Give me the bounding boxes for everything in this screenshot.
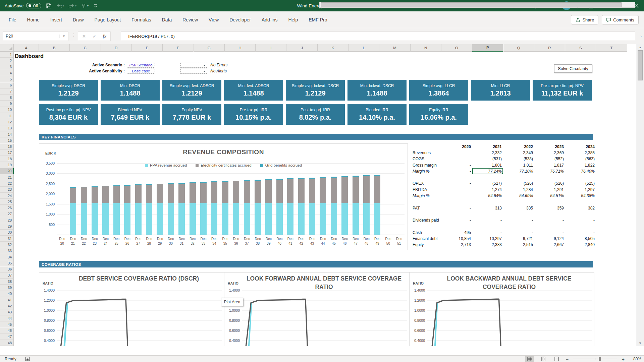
- touch-mode-icon[interactable]: ▾: [81, 3, 89, 8]
- column-header-B[interactable]: B: [39, 44, 70, 52]
- row-header-34[interactable]: 34: [0, 254, 14, 260]
- row-header-46[interactable]: 46: [0, 328, 14, 334]
- ribbon-tab-insert[interactable]: Insert: [45, 11, 67, 28]
- row-header-22[interactable]: 22: [0, 180, 14, 186]
- row-header-13[interactable]: 13: [0, 125, 14, 131]
- row-header-37[interactable]: 37: [0, 273, 14, 279]
- row-header-9[interactable]: 9: [0, 101, 14, 107]
- row-header-11[interactable]: 11: [0, 113, 14, 119]
- comments-button[interactable]: Comments: [602, 15, 639, 24]
- kpi-tile-r1-7[interactable]: Simple avg. LLCR1.3864: [409, 80, 468, 101]
- row-header-5[interactable]: 5: [0, 76, 14, 82]
- row-header-7[interactable]: 7: [0, 88, 14, 95]
- coverage-chart-panel-3[interactable]: LOOK BACKWARD ANNUAL DEBT SERVICE COVERA…: [409, 272, 594, 346]
- vertical-scroll-thumb[interactable]: [638, 50, 643, 80]
- ribbon-tab-developer[interactable]: Developer: [224, 11, 256, 28]
- zoom-in-icon[interactable]: +: [622, 356, 625, 362]
- column-header-T[interactable]: T: [596, 44, 627, 52]
- column-header-E[interactable]: E: [132, 44, 163, 52]
- kpi-tile-r2-7[interactable]: Equity IRR16.06% p.a.: [409, 104, 468, 125]
- row-header-45[interactable]: 45: [0, 321, 14, 327]
- column-header-J[interactable]: J: [286, 44, 317, 52]
- zoom-slider-thumb[interactable]: [599, 357, 601, 361]
- row-header-35[interactable]: 35: [0, 260, 14, 266]
- horizontal-scrollbar[interactable]: [319, 2, 635, 8]
- kpi-tile-r1-5[interactable]: Simple avg. bckwd. DSCR1.2129: [286, 80, 345, 101]
- row-header-2[interactable]: 2: [0, 58, 14, 64]
- ribbon-tab-review[interactable]: Review: [177, 11, 203, 28]
- column-header-Q[interactable]: Q: [503, 44, 534, 52]
- column-header-S[interactable]: S: [565, 44, 596, 52]
- row-header-8[interactable]: 8: [0, 95, 14, 101]
- page-layout-view-button[interactable]: [539, 356, 547, 362]
- revenue-chart-panel[interactable]: REVENUE COMPOSITIONEUR KPPA revenue accr…: [39, 143, 408, 250]
- row-header-39[interactable]: 39: [0, 285, 14, 291]
- ribbon-tab-data[interactable]: Data: [157, 11, 177, 28]
- ribbon-tab-emf-pro[interactable]: EMF Pro: [303, 11, 332, 28]
- row-header-30[interactable]: 30: [0, 230, 14, 236]
- collapse-formula-bar-icon[interactable]: ⌄: [640, 34, 643, 37]
- row-header-15[interactable]: 15: [0, 137, 14, 143]
- row-header-27[interactable]: 27: [0, 211, 14, 217]
- active-scenario-value[interactable]: P50 Scenario: [127, 62, 155, 68]
- ribbon-tab-home[interactable]: Home: [22, 11, 45, 28]
- active-sensitivity-value[interactable]: Base case: [127, 68, 155, 74]
- kpi-tile-r1-4[interactable]: Min. fwd. ADSCR1.1488: [224, 80, 283, 101]
- zoom-level[interactable]: 80%: [629, 357, 641, 361]
- row-header-10[interactable]: 10: [0, 107, 14, 113]
- row-header-24[interactable]: 24: [0, 193, 14, 199]
- ribbon-tab-page-layout[interactable]: Page Layout: [89, 11, 126, 28]
- solve-circularity-button[interactable]: Solve Circularity: [554, 64, 592, 73]
- undo-icon[interactable]: ▾: [56, 3, 64, 9]
- row-header-4[interactable]: 4: [0, 70, 14, 76]
- row-header-44[interactable]: 44: [0, 315, 14, 321]
- row-header-47[interactable]: 47: [0, 334, 14, 340]
- row-header-33[interactable]: 33: [0, 248, 14, 254]
- ribbon-tab-view[interactable]: View: [203, 11, 224, 28]
- row-header-38[interactable]: 38: [0, 279, 14, 285]
- column-header-R[interactable]: R: [534, 44, 565, 52]
- selected-cell[interactable]: [472, 168, 503, 174]
- customize-toolbar-icon[interactable]: [93, 3, 98, 8]
- column-header-O[interactable]: O: [441, 44, 472, 52]
- row-header-40[interactable]: 40: [0, 291, 14, 297]
- column-header-G[interactable]: G: [194, 44, 225, 52]
- scroll-up-icon[interactable]: ▲: [636, 46, 644, 49]
- ribbon-tab-help[interactable]: Help: [283, 11, 303, 28]
- column-header-N[interactable]: N: [411, 44, 441, 52]
- insert-function-icon[interactable]: fx: [103, 34, 106, 39]
- ribbon-tab-add-ins[interactable]: Add-ins: [256, 11, 283, 28]
- ribbon-tab-formulas[interactable]: Formulas: [126, 11, 156, 28]
- column-header-C[interactable]: C: [70, 44, 101, 52]
- row-header-36[interactable]: 36: [0, 266, 14, 273]
- name-box[interactable]: P20▼: [3, 32, 68, 41]
- row-header-12[interactable]: 12: [0, 119, 14, 125]
- row-header-19[interactable]: 19: [0, 162, 14, 168]
- row-header-1[interactable]: 1: [0, 52, 14, 58]
- redo-icon[interactable]: ▾: [69, 3, 76, 9]
- column-header-I[interactable]: I: [256, 44, 286, 52]
- column-header-D[interactable]: D: [101, 44, 132, 52]
- row-header-31[interactable]: 31: [0, 236, 14, 242]
- horizontal-scroll-thumb[interactable]: [321, 2, 622, 7]
- namebox-caret-icon[interactable]: ▼: [59, 35, 65, 38]
- kpi-tile-r2-1[interactable]: Post-tax pre-fin. prj. NPV8,304 EUR k: [39, 104, 98, 125]
- ribbon-tab-file[interactable]: File: [3, 11, 22, 28]
- ribbon-tab-draw[interactable]: Draw: [67, 11, 89, 28]
- scroll-down-icon[interactable]: ▼: [636, 342, 644, 345]
- kpi-tile-r1-1[interactable]: Simple avg. DSCR1.2129: [39, 80, 98, 101]
- column-header-L[interactable]: L: [348, 44, 379, 52]
- kpi-tile-r1-2[interactable]: Min. DSCR1.1488: [101, 80, 160, 101]
- row-header-25[interactable]: 25: [0, 199, 14, 205]
- column-header-K[interactable]: K: [318, 44, 348, 52]
- row-header-42[interactable]: 42: [0, 303, 14, 309]
- kpi-tile-r2-5[interactable]: Post-tax prj. IRR8.82% p.a.: [286, 104, 345, 125]
- autosave-toggle[interactable]: AutoSave Off: [5, 3, 41, 8]
- row-header-29[interactable]: 29: [0, 223, 14, 229]
- row-header-14[interactable]: 14: [0, 131, 14, 137]
- row-header-21[interactable]: 21: [0, 174, 14, 180]
- row-header-16[interactable]: 16: [0, 144, 14, 150]
- selection-fill-handle[interactable]: [502, 173, 503, 175]
- kpi-tile-r1-6[interactable]: Min. bckwd. DSCR1.1488: [347, 80, 407, 101]
- row-header-28[interactable]: 28: [0, 217, 14, 223]
